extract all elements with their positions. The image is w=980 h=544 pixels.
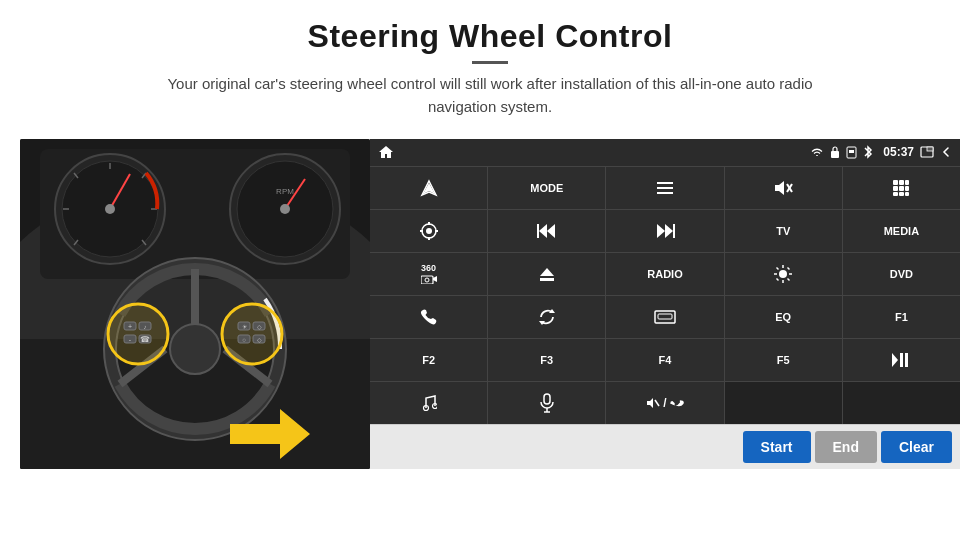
- btn-vol-phone[interactable]: /: [606, 382, 723, 424]
- phone-icon: [420, 308, 438, 326]
- btn-mic[interactable]: [488, 382, 605, 424]
- btn-settings[interactable]: [370, 210, 487, 252]
- phone-end-icon: [670, 396, 684, 410]
- btn-phone[interactable]: [370, 296, 487, 338]
- btn-f1[interactable]: F1: [843, 296, 960, 338]
- svg-marker-45: [379, 146, 393, 158]
- status-bar: 05:37: [370, 139, 960, 167]
- btn-empty-2: [843, 382, 960, 424]
- svg-marker-81: [433, 276, 437, 282]
- play-pause-icon: [891, 352, 911, 368]
- svg-marker-75: [539, 224, 547, 238]
- svg-line-92: [788, 267, 790, 269]
- svg-marker-74: [547, 224, 555, 238]
- svg-rect-64: [905, 186, 909, 191]
- svg-rect-79: [673, 224, 675, 238]
- mute-icon: [773, 179, 793, 197]
- car-image: RPM: [20, 139, 370, 469]
- svg-rect-59: [893, 180, 898, 185]
- svg-marker-56: [775, 181, 784, 195]
- svg-marker-77: [657, 224, 665, 238]
- camera-icon: [421, 274, 437, 284]
- btn-menu[interactable]: [606, 167, 723, 209]
- btn-dvd[interactable]: DVD: [843, 253, 960, 295]
- btn-play-pause[interactable]: [843, 339, 960, 381]
- btn-f5[interactable]: F5: [725, 339, 842, 381]
- btn-f4[interactable]: F4: [606, 339, 723, 381]
- page-wrapper: Steering Wheel Control Your original car…: [0, 0, 980, 544]
- svg-point-25: [170, 324, 220, 374]
- svg-point-35: [222, 304, 282, 364]
- svg-rect-100: [905, 353, 908, 367]
- btn-f2[interactable]: F2: [370, 339, 487, 381]
- btn-radio[interactable]: RADIO: [606, 253, 723, 295]
- content-area: RPM: [20, 139, 960, 469]
- btn-music[interactable]: [370, 382, 487, 424]
- start-button[interactable]: Start: [743, 431, 811, 463]
- navigate-icon: [420, 179, 438, 197]
- title-divider: [472, 61, 508, 64]
- status-bar-left: [378, 145, 394, 159]
- svg-point-85: [779, 270, 787, 278]
- btn-window[interactable]: [606, 296, 723, 338]
- menu-icon: [656, 181, 674, 195]
- btn-apps[interactable]: [843, 167, 960, 209]
- svg-point-82: [425, 278, 429, 282]
- sim-icon: [846, 146, 857, 159]
- svg-point-14: [105, 204, 115, 214]
- window-btn-icon: [654, 310, 676, 324]
- btn-f3[interactable]: F3: [488, 339, 605, 381]
- svg-rect-63: [899, 186, 904, 191]
- svg-rect-66: [899, 192, 904, 196]
- svg-line-93: [777, 278, 779, 280]
- svg-rect-61: [905, 180, 909, 185]
- svg-rect-76: [537, 224, 539, 238]
- svg-point-19: [280, 204, 290, 214]
- eject-icon: [538, 266, 556, 282]
- svg-rect-46: [831, 151, 839, 158]
- back-icon: [940, 146, 952, 158]
- svg-text:+: +: [128, 323, 132, 330]
- btn-sync[interactable]: [488, 296, 605, 338]
- btn-media[interactable]: MEDIA: [843, 210, 960, 252]
- settings-icon: [419, 221, 439, 241]
- svg-rect-65: [893, 192, 898, 196]
- vol-down-icon: [646, 396, 660, 410]
- svg-rect-103: [544, 394, 550, 404]
- status-time: 05:37: [883, 145, 914, 159]
- control-panel: 05:37: [370, 139, 960, 469]
- btn-prev[interactable]: [488, 210, 605, 252]
- svg-text:◇: ◇: [257, 324, 262, 330]
- btn-empty-1: [725, 382, 842, 424]
- svg-marker-106: [647, 398, 653, 408]
- page-title: Steering Wheel Control: [0, 18, 980, 55]
- btn-brightness[interactable]: [725, 253, 842, 295]
- home-icon: [378, 145, 394, 159]
- btn-eq[interactable]: EQ: [725, 296, 842, 338]
- svg-text:☎: ☎: [140, 335, 150, 344]
- window-icon: [920, 146, 934, 158]
- svg-rect-80: [421, 276, 433, 284]
- prev-icon: [537, 223, 557, 239]
- btn-mode[interactable]: MODE: [488, 167, 605, 209]
- btn-tv[interactable]: TV: [725, 210, 842, 252]
- end-button[interactable]: End: [815, 431, 877, 463]
- svg-point-26: [108, 304, 168, 364]
- svg-rect-99: [900, 353, 903, 367]
- svg-text:○: ○: [242, 337, 246, 343]
- button-grid: MODE: [370, 167, 960, 424]
- svg-rect-50: [927, 147, 933, 151]
- svg-marker-98: [892, 353, 898, 367]
- clear-button[interactable]: Clear: [881, 431, 952, 463]
- brightness-icon: [773, 264, 793, 284]
- svg-rect-67: [905, 192, 909, 196]
- svg-rect-62: [893, 186, 898, 191]
- btn-navigate[interactable]: [370, 167, 487, 209]
- btn-next[interactable]: [606, 210, 723, 252]
- btn-mute[interactable]: [725, 167, 842, 209]
- btn-eject[interactable]: [488, 253, 605, 295]
- svg-text:♪: ♪: [144, 324, 147, 330]
- btn-360cam[interactable]: 360: [370, 253, 487, 295]
- svg-text:RPM: RPM: [276, 187, 294, 196]
- bluetooth-icon: [863, 145, 873, 159]
